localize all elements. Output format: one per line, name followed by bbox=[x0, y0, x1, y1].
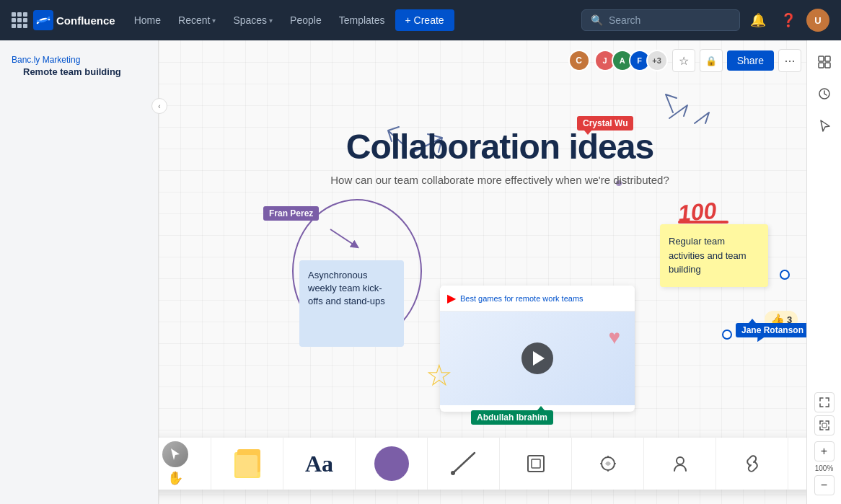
cursor-panel-icon[interactable] bbox=[811, 112, 837, 138]
canvas-avatar-count: +3 bbox=[646, 50, 668, 71]
link-tool[interactable] bbox=[716, 438, 788, 490]
yellow-sticky-area: 100 Regular team activities and team bui… bbox=[660, 224, 768, 287]
play-triangle bbox=[533, 351, 545, 366]
layout-panel-icon[interactable] bbox=[811, 49, 837, 75]
share-button[interactable]: Share bbox=[727, 50, 774, 71]
breadcrumb-parent[interactable]: Banc.ly Marketing bbox=[12, 55, 146, 65]
page-title-sidebar[interactable]: Remote team building bbox=[12, 65, 146, 83]
left-sidebar: Banc.ly Marketing Remote team building bbox=[0, 40, 159, 504]
svg-rect-7 bbox=[819, 63, 824, 68]
nav-recent[interactable]: Recent ▾ bbox=[171, 10, 223, 30]
more-options-button[interactable]: ··· bbox=[778, 49, 801, 72]
video-header: ▶ Best games for remote work teams bbox=[440, 286, 635, 311]
zoom-fit-button[interactable] bbox=[814, 392, 835, 412]
grid-menu-icon[interactable] bbox=[12, 12, 27, 28]
pen-icon bbox=[446, 446, 482, 482]
svg-line-12 bbox=[453, 453, 475, 473]
canvas-avatar-single: C bbox=[568, 50, 590, 71]
shape-tool[interactable] bbox=[356, 438, 428, 490]
video-body: ♥ bbox=[440, 311, 635, 405]
link-icon bbox=[742, 454, 762, 474]
cursor-icon-wrap: ✋ bbox=[162, 441, 188, 486]
jane-label: Jane Rotanson bbox=[736, 323, 809, 337]
cursor-circle-icon bbox=[162, 441, 188, 467]
video-title: Best games for remote work teams bbox=[460, 294, 584, 303]
collaboration-subtitle: How can our team collaborate more effect… bbox=[330, 174, 669, 186]
cursor-tool[interactable]: ✋ bbox=[159, 438, 211, 490]
zoom-out-button[interactable]: − bbox=[814, 475, 835, 495]
svg-rect-6 bbox=[825, 56, 830, 61]
nav-templates[interactable]: Templates bbox=[332, 10, 392, 30]
video-embed[interactable]: ▶ Best games for remote work teams ♥ bbox=[440, 286, 635, 412]
confluence-text: Confluence bbox=[56, 14, 115, 27]
svg-rect-8 bbox=[825, 63, 830, 68]
svg-rect-15 bbox=[532, 459, 540, 468]
restrict-button[interactable]: 🔒 bbox=[700, 49, 723, 72]
heart-decoration: ♥ bbox=[608, 326, 620, 349]
recent-chevron: ▾ bbox=[212, 17, 216, 25]
svg-marker-11 bbox=[171, 448, 180, 460]
main-canvas: C J A F +3 ☆ 🔒 Share ··· bbox=[159, 40, 841, 504]
fran-perez-label: Fran Perez bbox=[263, 206, 319, 221]
zoom-area: + 100% − bbox=[814, 392, 835, 495]
svg-point-21 bbox=[677, 457, 684, 464]
svg-rect-14 bbox=[528, 456, 544, 472]
youtube-icon: ▶ bbox=[447, 291, 456, 305]
create-button[interactable]: + Create bbox=[395, 9, 454, 31]
sticky-layer-3 bbox=[236, 455, 257, 477]
nav-people[interactable]: People bbox=[283, 10, 329, 30]
text-tool-icon: Aa bbox=[305, 451, 333, 477]
user-cursor-tool[interactable] bbox=[644, 438, 716, 490]
nav-spaces[interactable]: Spaces ▾ bbox=[226, 10, 280, 30]
spaces-chevron: ▾ bbox=[269, 17, 273, 25]
stickies-icon bbox=[230, 446, 265, 481]
crystal-wu-label: Crystal Wu bbox=[577, 116, 633, 131]
sticky-note-yellow[interactable]: Regular team activities and team buildin… bbox=[660, 224, 768, 287]
smart-select-tool[interactable] bbox=[572, 438, 644, 490]
nav-links: Home Recent ▾ Spaces ▾ People Templates … bbox=[127, 9, 454, 31]
sticky-notes-tool[interactable] bbox=[211, 438, 283, 490]
search-bar[interactable]: 🔍 Search bbox=[581, 9, 740, 31]
sticky-note-blue[interactable]: Asynchronous weekly team kick-offs and s… bbox=[299, 260, 404, 347]
svg-rect-0 bbox=[33, 10, 53, 30]
search-placeholder: Search bbox=[609, 14, 640, 26]
svg-rect-5 bbox=[819, 56, 824, 61]
nav-right: 🔍 Search 🔔 ❓ U bbox=[581, 8, 829, 32]
star-decoration: ☆ bbox=[426, 358, 453, 393]
confluence-logo[interactable]: Confluence bbox=[33, 10, 115, 30]
logo-area: Confluence bbox=[12, 10, 115, 30]
breadcrumb: Banc.ly Marketing Remote team building bbox=[0, 49, 158, 89]
shape-circle-icon bbox=[374, 446, 409, 481]
hand-icon: ✋ bbox=[167, 470, 183, 486]
notifications-button[interactable]: 🔔 bbox=[746, 8, 770, 32]
text-tool[interactable]: Aa bbox=[283, 438, 356, 490]
hundred-underline bbox=[678, 221, 728, 224]
sidebar-collapse-button[interactable]: ‹ bbox=[151, 98, 167, 114]
frame-tool[interactable] bbox=[500, 438, 572, 490]
abdullah-label: Abdullah Ibrahim bbox=[471, 410, 553, 425]
user-cursor-icon bbox=[670, 454, 690, 474]
svg-point-13 bbox=[451, 471, 455, 475]
bottom-toolbar: ✋ Aa bbox=[159, 438, 841, 490]
frame-icon bbox=[526, 454, 546, 474]
help-button[interactable]: ❓ bbox=[776, 8, 801, 32]
canvas-content: Collaboration ideas How can our team col… bbox=[159, 40, 841, 504]
zoom-fit-page-button[interactable] bbox=[814, 415, 835, 436]
collaboration-title: Collaboration ideas bbox=[346, 127, 653, 167]
history-panel-icon[interactable] bbox=[811, 81, 837, 107]
star-button[interactable]: ☆ bbox=[672, 49, 695, 72]
navbar: Confluence Home Recent ▾ Spaces ▾ People… bbox=[0, 0, 841, 40]
search-icon: 🔍 bbox=[591, 14, 603, 26]
nav-home[interactable]: Home bbox=[127, 10, 168, 30]
zoom-in-button[interactable]: + bbox=[814, 441, 835, 461]
fran-perez-area: Fran Perez bbox=[263, 206, 319, 226]
canvas-toolbar: C J A F +3 ☆ 🔒 Share ··· bbox=[568, 49, 801, 72]
right-panel: + 100% − bbox=[806, 40, 841, 504]
canvas-avatar-group: J A F +3 bbox=[594, 50, 668, 71]
sticky-note-blue-wrapper: Asynchronous weekly team kick-offs and s… bbox=[299, 246, 404, 347]
smart-select-icon bbox=[598, 454, 618, 474]
zoom-level-display: 100% bbox=[814, 461, 835, 475]
play-button[interactable] bbox=[521, 342, 553, 374]
pen-tool[interactable] bbox=[428, 438, 500, 490]
user-avatar[interactable]: U bbox=[806, 9, 829, 32]
